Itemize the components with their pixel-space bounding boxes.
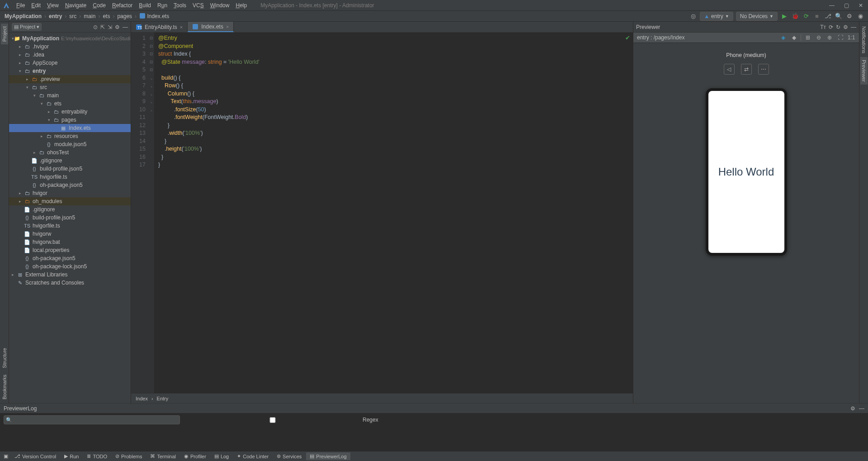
crumb-file[interactable]: Index.ets xyxy=(138,13,170,19)
status-btn-services[interactable]: ⊚Services xyxy=(273,452,305,460)
collapse-all-icon[interactable]: ⇲ xyxy=(108,24,112,30)
panel-hide-icon[interactable]: — xyxy=(859,405,864,412)
tree-row[interactable]: {}build-profile.json5 xyxy=(9,165,131,173)
tree-row[interactable]: ▸🗀resources xyxy=(9,132,131,140)
tree-row[interactable]: ▸🗀hvigor xyxy=(9,189,131,197)
editor-inspection-icon[interactable]: ✔ xyxy=(625,34,630,41)
tree-row[interactable]: {}module.json5 xyxy=(9,140,131,148)
tree-row[interactable]: ▸⊞External Libraries xyxy=(9,271,131,279)
tree-row[interactable]: ▸🗀.idea xyxy=(9,51,131,59)
menu-build[interactable]: Build xyxy=(136,1,154,10)
code-content[interactable]: @Entry @Component struct Index { @State … xyxy=(155,33,633,393)
profile-icon[interactable]: ◉ xyxy=(856,12,864,20)
tool-tab-previewer[interactable]: Previewer xyxy=(860,57,868,85)
tool-tab-structure[interactable]: Structure xyxy=(1,345,8,371)
layers-icon[interactable]: ◆ xyxy=(790,34,798,41)
status-btn-run[interactable]: ▶Run xyxy=(61,452,82,460)
inspect-icon[interactable]: ◈ xyxy=(779,34,787,41)
device-rotate-button[interactable]: ⇄ xyxy=(741,64,752,75)
menu-code[interactable]: Code xyxy=(90,1,108,10)
fit-icon[interactable]: ⛶ xyxy=(836,34,844,41)
tree-row[interactable]: TShvigorfile.ts xyxy=(9,173,131,181)
previewer-font-icon[interactable]: Tт xyxy=(820,24,826,30)
crumb-src[interactable]: src xyxy=(68,13,77,19)
menu-edit[interactable]: Edit xyxy=(28,1,43,10)
settings-icon[interactable]: ⚙ xyxy=(845,12,854,20)
close-tab-icon[interactable]: × xyxy=(180,24,183,30)
tree-row[interactable]: ▸🗀.hvigor xyxy=(9,43,131,51)
tree-row[interactable]: ▾🗀pages xyxy=(9,116,131,124)
status-btn-previewerlog[interactable]: ▤PreviewerLog xyxy=(306,452,350,460)
vcs-icon[interactable]: ⎇ xyxy=(824,12,832,20)
tree-row[interactable]: {}oh-package-lock.json5 xyxy=(9,262,131,271)
menu-run[interactable]: Run xyxy=(155,1,170,10)
expand-all-icon[interactable]: ⇱ xyxy=(100,24,105,30)
tree-row[interactable]: ▸🗀.preview xyxy=(9,75,131,83)
tree-row[interactable]: ▸🗀AppScope xyxy=(9,59,131,67)
device-back-button[interactable]: ◁ xyxy=(724,64,735,75)
crumb-entry[interactable]: entry xyxy=(48,13,63,19)
multi-device-icon[interactable]: ⊞ xyxy=(804,34,812,41)
project-tree[interactable]: ▾📁MyApplicationE:\myhuaweicode\DevEcoStu… xyxy=(9,33,131,403)
menu-window[interactable]: Window xyxy=(208,1,232,10)
tool-tab-project[interactable]: Project xyxy=(1,24,8,44)
project-view-combo[interactable]: ▤ Project ▾ xyxy=(12,23,42,31)
status-btn-version-control[interactable]: ⎇Version Control xyxy=(11,452,60,460)
minimize-button[interactable]: — xyxy=(827,2,836,9)
tree-row[interactable]: ✎Scratches and Consoles xyxy=(9,279,131,287)
regex-checkbox-label[interactable]: Regex xyxy=(184,417,378,423)
tree-row[interactable]: 📄.gitignore xyxy=(9,205,131,214)
log-search-input[interactable] xyxy=(4,415,180,424)
tree-row[interactable]: ▾📁MyApplicationE:\myhuaweicode\DevEcoStu… xyxy=(9,34,131,43)
close-tab-icon[interactable]: × xyxy=(226,24,229,29)
ratio-icon[interactable]: 1:1 xyxy=(847,34,855,41)
menu-refactor[interactable]: Refactor xyxy=(109,1,135,10)
status-btn-log[interactable]: ▤Log xyxy=(211,452,232,460)
tree-row[interactable]: ▾🗀src xyxy=(9,83,131,91)
debug-button[interactable]: 🐞 xyxy=(791,12,799,20)
tree-row[interactable]: ▸🗀entryability xyxy=(9,108,131,116)
previewer-refresh-icon[interactable]: ⟳ xyxy=(829,24,833,30)
search-icon[interactable]: 🔍 xyxy=(835,12,843,20)
menu-help[interactable]: Help xyxy=(233,1,250,10)
status-btn-profiler[interactable]: ◉Profiler xyxy=(180,452,210,460)
zoom-out-icon[interactable]: ⊖ xyxy=(815,34,823,41)
previewer-rotate-icon[interactable]: ↻ xyxy=(836,24,840,30)
crumb-project[interactable]: MyApplication xyxy=(4,13,42,19)
fold-gutter[interactable]: ⊟⊟⊟⊟⊟⌞⌞⌞⌞⌞ xyxy=(148,33,155,393)
tool-tab-notifications[interactable]: Notifications xyxy=(860,24,868,56)
regex-checkbox[interactable] xyxy=(184,417,361,423)
log-content[interactable] xyxy=(0,426,868,451)
hide-panel-icon[interactable]: — xyxy=(123,24,128,30)
tree-row[interactable]: 📄.gitignore xyxy=(9,157,131,165)
crumb-main[interactable]: main xyxy=(83,13,96,19)
target-icon[interactable]: ◎ xyxy=(689,12,697,20)
device-more-button[interactable]: ⋯ xyxy=(758,64,769,75)
stop-button[interactable]: ■ xyxy=(813,12,821,20)
devices-combo[interactable]: No Devices ▼ xyxy=(736,12,778,21)
code-crumb[interactable]: Entry xyxy=(157,396,169,401)
tree-row[interactable]: ▸🗀oh_modules xyxy=(9,197,131,205)
tab-entryability[interactable]: TS EntryAbility.ts× xyxy=(131,22,188,32)
menu-tools[interactable]: Tools xyxy=(171,1,189,10)
tree-row[interactable]: 📄local.properties xyxy=(9,246,131,254)
close-button[interactable]: ✕ xyxy=(856,2,865,9)
maximize-button[interactable]: ▢ xyxy=(842,2,851,9)
tool-window-quick-access[interactable]: ▣ xyxy=(2,452,10,460)
panel-settings-icon[interactable]: ⚙ xyxy=(850,405,855,412)
phone-screen[interactable]: Hello World xyxy=(708,91,784,253)
crumb-pages[interactable]: pages xyxy=(116,13,133,19)
panel-settings-icon[interactable]: ⚙ xyxy=(115,24,120,30)
tree-row[interactable]: {}oh-package.json5 xyxy=(9,181,131,189)
status-btn-code-linter[interactable]: ✦Code Linter xyxy=(233,452,272,460)
tree-row[interactable]: ▾🗀main xyxy=(9,91,131,100)
locate-icon[interactable]: ⊙ xyxy=(93,24,98,30)
tree-row[interactable]: TShvigorfile.ts xyxy=(9,222,131,230)
tree-row[interactable]: ▾🗀entry xyxy=(9,67,131,75)
editor-body[interactable]: 1234567891011121314151617 ⊟⊟⊟⊟⊟⌞⌞⌞⌞⌞ @En… xyxy=(131,33,633,393)
menu-view[interactable]: View xyxy=(44,1,61,10)
menu-vcs[interactable]: VCS xyxy=(190,1,207,10)
tree-row[interactable]: ▦Index.ets xyxy=(9,124,131,132)
menu-navigate[interactable]: Navigate xyxy=(62,1,89,10)
previewer-settings-icon[interactable]: ⚙ xyxy=(843,24,848,30)
